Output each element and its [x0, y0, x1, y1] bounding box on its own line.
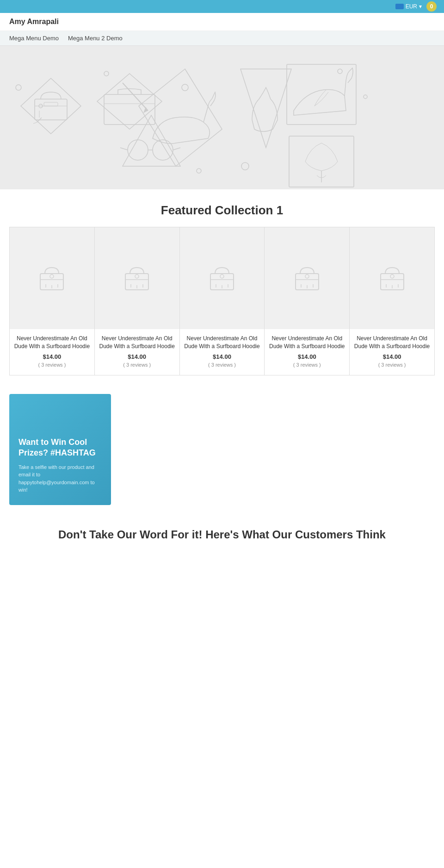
- product-name-3: Never Underestimate An Old Dude With a S…: [180, 335, 265, 350]
- currency-selector[interactable]: EUR ▾: [395, 3, 422, 10]
- product-reviews-4: ( 3 reviews ): [293, 362, 321, 368]
- product-reviews-1: ( 3 reviews ): [38, 362, 66, 368]
- product-reviews-3: ( 3 reviews ): [208, 362, 236, 368]
- product-grid: Never Underestimate An Old Dude With a S…: [9, 227, 435, 375]
- currency-label: EUR: [406, 3, 417, 10]
- nav-item-mega-menu-2-demo[interactable]: Mega Menu 2 Demo: [68, 35, 123, 42]
- product-image-3: [180, 227, 265, 329]
- product-name-1: Never Underestimate An Old Dude With a S…: [10, 335, 94, 350]
- product-card-5[interactable]: Never Underestimate An Old Dude With a S…: [350, 227, 435, 375]
- product-price-4: $14.00: [298, 353, 316, 360]
- product-name-4: Never Underestimate An Old Dude With a S…: [265, 335, 349, 350]
- product-image-5: [350, 227, 434, 329]
- product-price-5: $14.00: [383, 353, 401, 360]
- site-logo[interactable]: Amy Amrapali: [9, 18, 435, 26]
- svg-point-52: [305, 275, 309, 278]
- svg-point-46: [220, 275, 224, 278]
- product-card-4[interactable]: Never Underestimate An Old Dude With a S…: [265, 227, 350, 375]
- product-card-1[interactable]: Never Underestimate An Old Dude With a S…: [10, 227, 95, 375]
- product-price-2: $14.00: [128, 353, 146, 360]
- product-name-5: Never Underestimate An Old Dude With a S…: [350, 335, 434, 350]
- product-reviews-5: ( 3 reviews ): [378, 362, 406, 368]
- promo-title: Want to Win Cool Prizes? #HASHTAG: [18, 437, 102, 459]
- product-image-2: [95, 227, 179, 329]
- nav-item-mega-menu-demo[interactable]: Mega Menu Demo: [9, 35, 59, 42]
- main-nav: Mega Menu Demo Mega Menu 2 Demo: [0, 31, 444, 46]
- featured-collection-title: Featured Collection 1: [0, 189, 444, 227]
- svg-point-34: [50, 275, 54, 278]
- currency-chevron-icon: ▾: [419, 3, 422, 10]
- product-image-1: [10, 227, 94, 329]
- footer-teaser-title: Don't Take Our Word For it! Here's What …: [0, 514, 444, 546]
- svg-rect-0: [0, 46, 444, 189]
- top-bar: EUR ▾ 0: [0, 0, 444, 13]
- product-card-3[interactable]: Never Underestimate An Old Dude With a S…: [180, 227, 265, 375]
- svg-point-58: [390, 275, 394, 278]
- product-reviews-2: ( 3 reviews ): [123, 362, 151, 368]
- hero-banner: [0, 46, 444, 189]
- svg-point-40: [135, 275, 139, 278]
- promo-description: Take a selfie with our product and email…: [18, 463, 102, 494]
- cart-count: 0: [430, 3, 433, 10]
- product-price-3: $14.00: [213, 353, 231, 360]
- currency-flag-icon: [395, 4, 404, 9]
- product-image-4: [265, 227, 349, 329]
- promo-section: Want to Win Cool Prizes? #HASHTAG Take a…: [9, 394, 435, 505]
- header: Amy Amrapali: [0, 13, 444, 31]
- product-name-2: Never Underestimate An Old Dude With a S…: [95, 335, 179, 350]
- product-card-2[interactable]: Never Underestimate An Old Dude With a S…: [95, 227, 180, 375]
- promo-card[interactable]: Want to Win Cool Prizes? #HASHTAG Take a…: [9, 394, 111, 505]
- product-price-1: $14.00: [43, 353, 62, 360]
- cart-icon[interactable]: 0: [426, 1, 437, 12]
